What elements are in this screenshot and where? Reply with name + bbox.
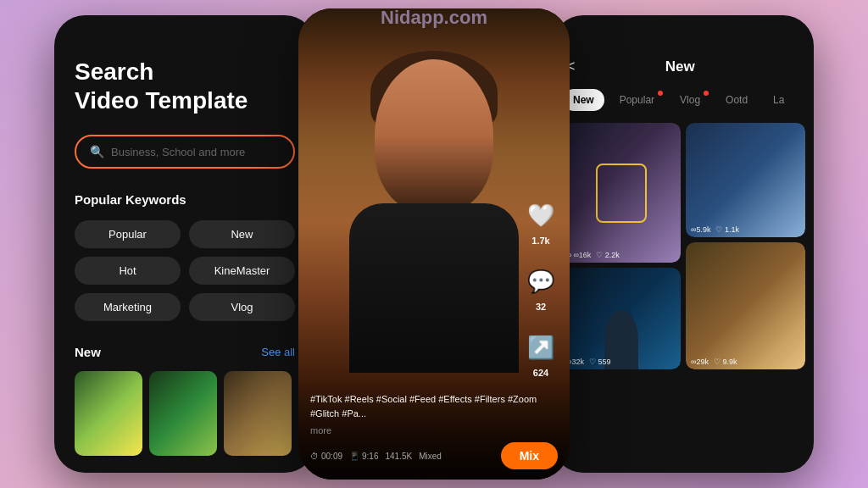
grid-left-col: ∞ ∞16k ♡ 2.2k xyxy=(561,123,681,369)
grid-item-2[interactable]: ∞5.9k ♡ 1.1k xyxy=(686,123,805,237)
likes-stat-3: ♡ 559 xyxy=(589,358,611,366)
like-action[interactable]: 🤍 1.7k xyxy=(522,197,559,246)
likes-stat-2: ♡ 1.1k xyxy=(715,225,739,234)
thumbnails-row xyxy=(75,371,295,456)
popular-keywords-heading: Popular Keywords xyxy=(75,192,295,207)
keyword-kinemaster[interactable]: KineMaster xyxy=(189,257,295,285)
search-icon: 🔍 xyxy=(90,145,104,158)
views-stat-2: ∞5.9k xyxy=(691,225,710,234)
views-stat-1: ∞ ∞16k xyxy=(566,251,591,259)
tab-ootd[interactable]: Ootd xyxy=(715,89,758,111)
phone-right: < New New Popular Vlog Ootd La xyxy=(553,15,814,473)
keywords-grid: Popular New Hot KineMaster Marketing Vlo… xyxy=(75,220,295,321)
comment-icon: 💬 xyxy=(522,263,559,300)
keyword-marketing[interactable]: Marketing xyxy=(75,293,181,321)
right-header: < New xyxy=(553,58,814,75)
face-frame-icon xyxy=(596,164,647,223)
keyword-new[interactable]: New xyxy=(189,220,295,248)
resolution-meta: 📱 9:16 xyxy=(349,452,378,461)
views-stat-4: ∞29k xyxy=(691,358,709,366)
search-placeholder-text: Business, School and more xyxy=(111,146,245,158)
grid-meta-2: ∞5.9k ♡ 1.1k xyxy=(691,225,739,234)
grid-meta-3: ∞32k ♡ 559 xyxy=(566,358,610,366)
share-count: 624 xyxy=(533,368,548,378)
right-phone-content: < New New Popular Vlog Ootd La xyxy=(553,15,814,473)
grid-meta-1: ∞ ∞16k ♡ 2.2k xyxy=(566,251,620,259)
tab-vlog[interactable]: Vlog xyxy=(670,89,710,111)
tab-popular[interactable]: Popular xyxy=(609,89,665,111)
keyword-hot[interactable]: Hot xyxy=(75,257,181,285)
mix-button[interactable]: Mix xyxy=(501,442,558,469)
keyword-vlog[interactable]: Vlog xyxy=(189,293,295,321)
tab-la[interactable]: La xyxy=(763,89,794,111)
grid-item-1[interactable]: ∞ ∞16k ♡ 2.2k xyxy=(561,123,681,263)
video-meta-row: ⏱ 00:09 📱 9:16 141.5K Mixed Mix xyxy=(310,442,558,469)
comment-action[interactable]: 💬 32 xyxy=(522,263,559,312)
phone-left: Search Video Template 🔍 Business, School… xyxy=(54,15,315,473)
video-side-actions: 🤍 1.7k 💬 32 ↗️ 624 xyxy=(522,197,559,378)
tabs-row: New Popular Vlog Ootd La xyxy=(553,89,814,111)
type-meta: Mixed xyxy=(419,452,442,461)
likes-stat-1: ♡ 2.2k xyxy=(596,251,620,259)
grid-item-4[interactable]: ∞29k ♡ 9.9k xyxy=(686,242,805,369)
thumbnail-2[interactable] xyxy=(149,371,217,456)
person-body xyxy=(349,203,519,373)
like-count: 1.7k xyxy=(531,236,549,246)
share-icon: ↗️ xyxy=(522,329,559,366)
comment-count: 32 xyxy=(536,302,546,312)
right-title: New xyxy=(586,58,775,75)
video-tags: #TikTok #Reels #Social #Feed #Effects #F… xyxy=(310,392,558,420)
grid-meta-4: ∞29k ♡ 9.9k xyxy=(691,358,737,366)
see-all-link[interactable]: See all xyxy=(261,346,295,358)
search-title: Search Video Template xyxy=(75,58,295,114)
views-meta: 141.5K xyxy=(386,452,413,461)
video-more[interactable]: more xyxy=(310,425,558,435)
phone-middle: 🤍 1.7k 💬 32 ↗️ 624 #TikTok #Reels #Socia… xyxy=(298,8,570,480)
person-head xyxy=(375,59,493,212)
search-box[interactable]: 🔍 Business, School and more xyxy=(75,135,295,169)
thumbnail-3[interactable] xyxy=(224,371,292,456)
left-phone-content: Search Video Template 🔍 Business, School… xyxy=(54,15,315,473)
keyword-popular[interactable]: Popular xyxy=(75,220,181,248)
new-section-title: New xyxy=(75,345,101,359)
duration-meta: ⏱ 00:09 xyxy=(310,452,342,461)
video-content: 🤍 1.7k 💬 32 ↗️ 624 #TikTok #Reels #Socia… xyxy=(298,8,570,480)
clock-icon: ⏱ xyxy=(310,452,319,461)
new-section-header: New See all xyxy=(75,345,295,359)
thumbnail-1[interactable] xyxy=(75,371,142,456)
likes-stat-4: ♡ 9.9k xyxy=(714,358,737,366)
video-bottom-info: #TikTok #Reels #Social #Feed #Effects #F… xyxy=(298,382,570,480)
phones-container: Search Video Template 🔍 Business, School… xyxy=(0,0,868,488)
share-action[interactable]: ↗️ 624 xyxy=(522,329,559,378)
video-meta-left: ⏱ 00:09 📱 9:16 141.5K Mixed xyxy=(310,452,442,461)
vlog-dot xyxy=(704,91,709,96)
resolution-icon: 📱 xyxy=(349,452,359,461)
grid-layout: ∞ ∞16k ♡ 2.2k xyxy=(553,123,814,369)
grid-item-3[interactable]: ∞32k ♡ 559 xyxy=(561,268,681,369)
grid-right-col: ∞5.9k ♡ 1.1k ∞29k ♡ 9.9k xyxy=(686,123,805,369)
popular-dot xyxy=(658,91,663,96)
heart-icon: 🤍 xyxy=(522,197,559,234)
